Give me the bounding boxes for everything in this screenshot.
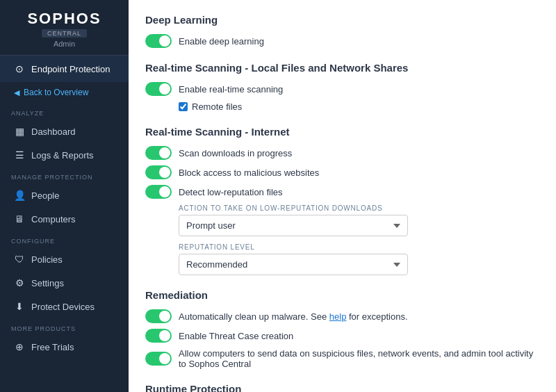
scan-downloads-row: Scan downloads in progress xyxy=(145,146,539,160)
sidebar-item-dashboard[interactable]: ▦ Dashboard xyxy=(0,120,129,143)
help-link[interactable]: help xyxy=(329,311,347,322)
sidebar-item-endpoint-protection[interactable]: ⊙ Endpoint Protection xyxy=(0,56,129,82)
dashboard-icon: ▦ xyxy=(13,125,26,138)
sophos-logo: SOPHOS xyxy=(27,10,101,28)
free-trials-label: Free Trials xyxy=(31,342,74,352)
threat-case-row: Enable Threat Case creation xyxy=(145,329,539,343)
remote-files-label: Remote files xyxy=(192,101,242,112)
sidebar-item-free-trials[interactable]: ⊕ Free Trials xyxy=(0,335,129,359)
admin-label: Admin xyxy=(54,40,75,48)
threat-case-label: Enable Threat Case creation xyxy=(179,331,293,341)
detect-low-rep-track[interactable] xyxy=(145,185,172,199)
deep-learning-toggle[interactable] xyxy=(145,34,172,48)
realtime-local-toggle-row: Enable real-time scanning xyxy=(145,82,539,96)
sidebar-item-protect-devices[interactable]: ⬇ Protect Devices xyxy=(0,295,129,318)
threat-case-toggle[interactable] xyxy=(145,329,172,343)
cleanup-suffix: for exceptions. xyxy=(349,311,408,322)
people-label: People xyxy=(31,190,59,201)
protect-devices-icon: ⬇ xyxy=(13,300,26,313)
send-data-toggle[interactable] xyxy=(145,352,172,366)
analyze-section-label: ANALYZE xyxy=(0,103,129,120)
sidebar-item-policies[interactable]: 🛡 Policies xyxy=(0,247,129,271)
block-malicious-row: Block access to malicious websites xyxy=(145,165,539,179)
sidebar: SOPHOS CENTRAL Admin ⊙ Endpoint Protecti… xyxy=(0,0,129,392)
scan-downloads-track[interactable] xyxy=(145,146,172,160)
deep-learning-toggle-row: Enable deep learning xyxy=(145,34,539,48)
back-to-overview-label: Back to Overview xyxy=(24,88,88,97)
sidebar-item-logs-reports[interactable]: ☰ Logs & Reports xyxy=(0,143,129,167)
protect-devices-label: Protect Devices xyxy=(31,302,95,312)
remote-files-checkbox[interactable] xyxy=(179,102,188,111)
back-to-overview-link[interactable]: ◀ Back to Overview xyxy=(0,82,129,103)
deep-learning-label: Enable deep learning xyxy=(179,36,264,47)
action-dropdown-label: ACTION TO TAKE ON LOW-REPUTATION DOWNLOA… xyxy=(179,204,539,212)
reputation-dropdown-section: REPUTATION LEVEL Recommended Strict Perm… xyxy=(179,243,539,275)
sidebar-item-people[interactable]: 👤 People xyxy=(0,183,129,207)
shield-icon: ⊙ xyxy=(13,63,26,75)
computers-label: Computers xyxy=(31,214,76,224)
cleanup-prefix: Automatically clean up malware. See xyxy=(179,311,327,322)
scan-downloads-toggle[interactable] xyxy=(145,146,172,160)
logs-reports-label: Logs & Reports xyxy=(31,150,94,161)
realtime-local-title: Real-time Scanning - Local Files and Net… xyxy=(145,62,539,74)
realtime-local-toggle[interactable] xyxy=(145,82,172,96)
endpoint-protection-label: Endpoint Protection xyxy=(31,64,110,74)
reputation-dropdown-label: REPUTATION LEVEL xyxy=(179,243,539,251)
detect-low-rep-toggle[interactable] xyxy=(145,185,172,199)
cleanup-malware-label: Automatically clean up malware. See help… xyxy=(179,311,408,322)
main-content: Deep Learning Enable deep learning Real-… xyxy=(129,0,556,392)
deep-learning-title: Deep Learning xyxy=(145,14,539,26)
send-data-row: Allow computers to send data on suspicio… xyxy=(145,348,539,369)
central-badge: CENTRAL xyxy=(42,29,87,38)
send-data-track[interactable] xyxy=(145,352,172,366)
remote-files-row: Remote files xyxy=(179,101,539,112)
action-dropdown-select[interactable]: Prompt user Block Allow Log only xyxy=(179,215,408,236)
detect-low-rep-row: Detect low-reputation files xyxy=(145,185,539,199)
threat-case-track[interactable] xyxy=(145,329,172,343)
block-malicious-toggle[interactable] xyxy=(145,165,172,179)
cleanup-malware-track[interactable] xyxy=(145,309,172,323)
logs-icon: ☰ xyxy=(13,149,26,161)
people-icon: 👤 xyxy=(13,189,26,202)
reputation-dropdown-select[interactable]: Recommended Strict Permissive xyxy=(179,254,408,275)
dashboard-label: Dashboard xyxy=(31,126,76,137)
settings-label: Settings xyxy=(31,278,64,288)
cleanup-malware-row: Automatically clean up malware. See help… xyxy=(145,309,539,323)
configure-section-label: CONFIGURE xyxy=(0,231,129,247)
manage-protection-section-label: MANAGE PROTECTION xyxy=(0,167,129,183)
realtime-local-label: Enable real-time scanning xyxy=(179,84,283,95)
more-products-section-label: MORE PRODUCTS xyxy=(0,318,129,335)
remediation-title: Remediation xyxy=(145,289,539,301)
chevron-left-icon: ◀ xyxy=(14,88,19,97)
policies-label: Policies xyxy=(31,254,63,265)
policies-icon: 🛡 xyxy=(13,253,26,266)
block-malicious-label: Block access to malicious websites xyxy=(179,168,319,178)
cleanup-malware-toggle[interactable] xyxy=(145,309,172,323)
sidebar-item-computers[interactable]: 🖥 Computers xyxy=(0,207,129,231)
runtime-protection-title: Runtime Protection xyxy=(145,383,539,392)
detect-low-rep-label: Detect low-reputation files xyxy=(179,187,283,197)
action-dropdown-section: ACTION TO TAKE ON LOW-REPUTATION DOWNLOA… xyxy=(179,204,539,236)
settings-icon: ⚙ xyxy=(13,277,26,289)
realtime-local-track[interactable] xyxy=(145,82,172,96)
block-malicious-track[interactable] xyxy=(145,165,172,179)
free-trials-icon: ⊕ xyxy=(13,341,26,353)
realtime-internet-title: Real-time Scanning - Internet xyxy=(145,126,539,138)
scan-downloads-label: Scan downloads in progress xyxy=(179,148,292,158)
sidebar-item-settings[interactable]: ⚙ Settings xyxy=(0,271,129,295)
deep-learning-track[interactable] xyxy=(145,34,172,48)
logo-area: SOPHOS CENTRAL Admin xyxy=(0,0,129,56)
computer-icon: 🖥 xyxy=(13,213,26,225)
send-data-label: Allow computers to send data on suspicio… xyxy=(179,348,539,369)
